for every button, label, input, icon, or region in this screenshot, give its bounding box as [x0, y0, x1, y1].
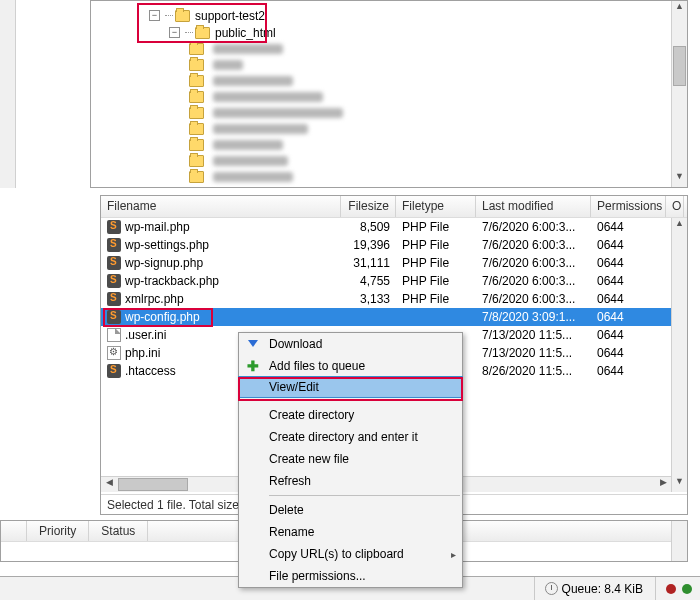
- file-modified: 8/26/2020 11:5...: [476, 364, 591, 378]
- list-header[interactable]: Filename Filesize Filetype Last modified…: [101, 196, 687, 218]
- file-permissions: 0644: [591, 256, 666, 270]
- file-modified: 7/6/2020 6:00:3...: [476, 238, 591, 252]
- file-type: PHP File: [396, 292, 476, 306]
- file-name: wp-settings.php: [125, 238, 209, 252]
- file-icon: [107, 256, 121, 270]
- file-permissions: 0644: [591, 220, 666, 234]
- file-name: xmlrpc.php: [125, 292, 184, 306]
- file-permissions: 0644: [591, 274, 666, 288]
- file-permissions: 0644: [591, 364, 666, 378]
- file-size: 19,396: [341, 238, 396, 252]
- file-modified: 7/13/2020 11:5...: [476, 346, 591, 360]
- file-modified: 7/6/2020 6:00:3...: [476, 274, 591, 288]
- dot-red-icon: [666, 584, 676, 594]
- queue-status[interactable]: Queue: 8.4 KiB: [534, 577, 643, 600]
- menu-rename[interactable]: Rename: [239, 521, 462, 543]
- file-permissions: 0644: [591, 328, 666, 342]
- file-icon: [107, 292, 121, 306]
- col-status[interactable]: Status: [89, 521, 148, 541]
- file-icon: [107, 364, 121, 378]
- file-type: PHP File: [396, 274, 476, 288]
- col-filename[interactable]: Filename: [101, 196, 341, 217]
- file-modified: 7/8/2020 3:09:1...: [476, 310, 591, 324]
- file-icon: [107, 238, 121, 252]
- context-menu[interactable]: Download ✚ Add files to queue View/Edit …: [238, 332, 463, 588]
- table-row[interactable]: wp-settings.php19,396PHP File7/6/2020 6:…: [101, 236, 687, 254]
- file-icon: [107, 346, 121, 360]
- file-name: .htaccess: [125, 364, 176, 378]
- file-type: PHP File: [396, 220, 476, 234]
- download-icon: [248, 340, 258, 352]
- menu-create-file[interactable]: Create new file: [239, 448, 462, 470]
- separator: [269, 400, 460, 401]
- file-size: 4,755: [341, 274, 396, 288]
- file-name: .user.ini: [125, 328, 166, 342]
- folder-icon: [195, 27, 210, 39]
- file-name: wp-config.php: [125, 310, 200, 324]
- menu-copy-url[interactable]: Copy URL(s) to clipboard ▸: [239, 543, 462, 565]
- file-name: wp-mail.php: [125, 220, 190, 234]
- file-icon: [107, 328, 121, 342]
- clock-icon: [545, 582, 558, 595]
- file-name: wp-signup.php: [125, 256, 203, 270]
- menu-file-permissions[interactable]: File permissions...: [239, 565, 462, 587]
- folder-icon: [175, 10, 190, 22]
- col-permissions[interactable]: Permissions: [591, 196, 666, 217]
- menu-refresh[interactable]: Refresh: [239, 470, 462, 492]
- file-icon: [107, 274, 121, 288]
- tree-node-root[interactable]: − support-test2: [149, 7, 687, 24]
- menu-download[interactable]: Download: [239, 333, 462, 355]
- table-row[interactable]: wp-signup.php31,111PHP File7/6/2020 6:00…: [101, 254, 687, 272]
- col-filetype[interactable]: Filetype: [396, 196, 476, 217]
- file-permissions: 0644: [591, 310, 666, 324]
- menu-delete[interactable]: Delete: [239, 499, 462, 521]
- queue-text: Queue: 8.4 KiB: [562, 582, 643, 596]
- connection-dots: [655, 577, 692, 600]
- menu-create-dir[interactable]: Create directory: [239, 404, 462, 426]
- col-filesize[interactable]: Filesize: [341, 196, 396, 217]
- col-modified[interactable]: Last modified: [476, 196, 591, 217]
- table-row[interactable]: wp-config.php7/8/2020 3:09:1...064410: [101, 308, 687, 326]
- file-permissions: 0644: [591, 238, 666, 252]
- table-row[interactable]: xmlrpc.php3,133PHP File7/6/2020 6:00:3..…: [101, 290, 687, 308]
- file-name: php.ini: [125, 346, 160, 360]
- file-size: 31,111: [341, 256, 396, 270]
- vertical-scrollbar[interactable]: [671, 521, 687, 561]
- collapse-icon[interactable]: −: [169, 27, 180, 38]
- file-name: wp-trackback.php: [125, 274, 219, 288]
- file-type: PHP File: [396, 238, 476, 252]
- file-size: 3,133: [341, 292, 396, 306]
- separator: [269, 495, 460, 496]
- menu-create-dir-enter[interactable]: Create directory and enter it: [239, 426, 462, 448]
- dot-green-icon: [682, 584, 692, 594]
- file-modified: 7/6/2020 6:00:3...: [476, 256, 591, 270]
- vertical-scrollbar[interactable]: ▲▼: [671, 218, 687, 492]
- plus-icon: ✚: [247, 358, 259, 374]
- menu-view-edit[interactable]: View/Edit: [238, 376, 463, 398]
- tree-node-child[interactable]: − public_html: [149, 24, 687, 41]
- col-priority[interactable]: Priority: [27, 521, 89, 541]
- collapse-icon[interactable]: −: [149, 10, 160, 21]
- file-icon: [107, 220, 121, 234]
- menu-add-queue[interactable]: ✚ Add files to queue: [239, 355, 462, 377]
- file-modified: 7/6/2020 6:00:3...: [476, 292, 591, 306]
- table-row[interactable]: wp-trackback.php4,755PHP File7/6/2020 6:…: [101, 272, 687, 290]
- file-icon: [107, 310, 121, 324]
- left-scrollbar[interactable]: [0, 0, 16, 188]
- file-type: PHP File: [396, 256, 476, 270]
- vertical-scrollbar[interactable]: ▲▼: [671, 1, 687, 187]
- tree-label: public_html: [215, 26, 276, 40]
- file-modified: 7/13/2020 11:5...: [476, 328, 591, 342]
- file-modified: 7/6/2020 6:00:3...: [476, 220, 591, 234]
- submenu-icon: ▸: [451, 549, 456, 560]
- file-permissions: 0644: [591, 346, 666, 360]
- col-owner[interactable]: O: [666, 196, 684, 217]
- folder-tree[interactable]: − support-test2 − public_html ▲▼: [90, 0, 688, 188]
- file-permissions: 0644: [591, 292, 666, 306]
- tree-label: support-test2: [195, 9, 265, 23]
- table-row[interactable]: wp-mail.php8,509PHP File7/6/2020 6:00:3.…: [101, 218, 687, 236]
- file-size: 8,509: [341, 220, 396, 234]
